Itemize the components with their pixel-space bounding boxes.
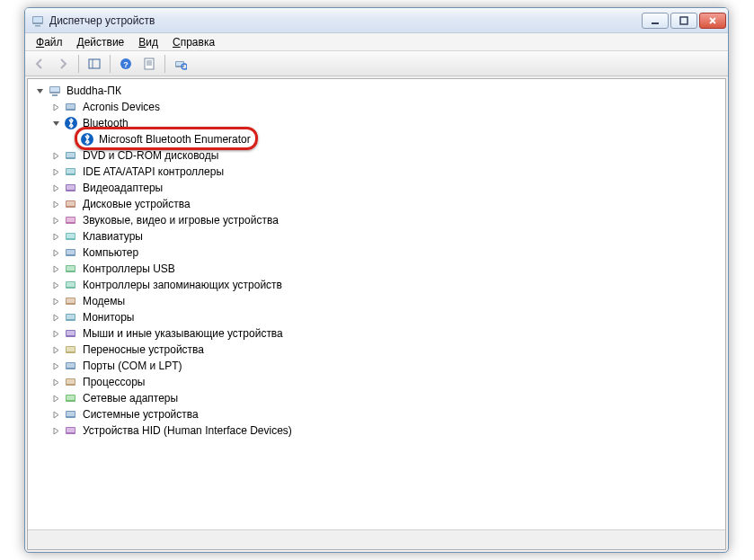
- window-title: Диспетчер устройств: [49, 14, 642, 27]
- svg-rect-3: [652, 22, 659, 24]
- svg-rect-57: [67, 412, 75, 416]
- device-manager-window: Диспетчер устройств Файл Действие Вид Сп…: [24, 7, 729, 553]
- svg-rect-55: [67, 396, 75, 400]
- tree-category[interactable]: Мониторы: [30, 309, 723, 325]
- scan-hardware-button[interactable]: [170, 53, 191, 75]
- menu-file[interactable]: Файл: [29, 34, 70, 50]
- svg-rect-5: [89, 59, 100, 68]
- node-label: Acronis Devices: [81, 100, 162, 114]
- tree-category[interactable]: Клавиатуры: [30, 228, 723, 244]
- node-label: Контроллеры USB: [81, 262, 177, 276]
- node-label: Клавиатуры: [81, 229, 145, 244]
- tree-category[interactable]: Контроллеры запоминающих устройств: [30, 277, 723, 293]
- tree-category[interactable]: Acronis Devices: [30, 99, 723, 115]
- tree-category[interactable]: Видеоадаптеры: [30, 180, 723, 196]
- node-label: Bluetooth: [81, 116, 130, 130]
- tree-category[interactable]: Переносные устройства: [30, 342, 723, 358]
- expander-icon[interactable]: [51, 232, 61, 242]
- svg-rect-4: [680, 17, 687, 24]
- device-tree[interactable]: Buddha-ПКAcronis DevicesBluetoothMicroso…: [28, 79, 725, 529]
- tree-category[interactable]: Порты (COM и LPT): [30, 358, 723, 374]
- node-label: Дисковые устройства: [81, 197, 192, 211]
- expander-icon[interactable]: [51, 426, 61, 436]
- content-area: Buddha-ПКAcronis DevicesBluetoothMicroso…: [27, 78, 726, 550]
- status-cell: [28, 530, 725, 549]
- menubar: Файл Действие Вид Справка: [25, 33, 728, 51]
- expander-icon[interactable]: [51, 151, 61, 161]
- svg-rect-2: [35, 25, 40, 27]
- tree-category[interactable]: Дисковые устройства: [30, 196, 723, 212]
- node-label: Устройства HID (Human Interface Devices): [81, 423, 294, 438]
- properties-button[interactable]: [138, 53, 160, 75]
- show-hide-tree-button[interactable]: [84, 53, 105, 75]
- tree-category[interactable]: Контроллеры USB: [30, 261, 723, 277]
- node-label: Контроллеры запоминающих устройств: [81, 278, 284, 292]
- node-label: Модемы: [81, 294, 127, 308]
- minimize-button[interactable]: [642, 13, 669, 29]
- expander-icon[interactable]: [51, 216, 61, 226]
- help-button[interactable]: ?: [115, 53, 137, 75]
- tree-category[interactable]: Устройства HID (Human Interface Devices): [30, 422, 723, 439]
- maximize-button[interactable]: [670, 13, 697, 29]
- svg-rect-31: [67, 201, 75, 206]
- tree-category[interactable]: Сетевые адаптеры: [30, 390, 723, 406]
- tree-category[interactable]: Компьютер: [30, 244, 723, 261]
- node-label: Мыши и иные указывающие устройства: [81, 326, 285, 341]
- expander-icon[interactable]: [51, 167, 61, 177]
- expander-none: [67, 135, 77, 145]
- tree-category[interactable]: Мыши и иные указывающие устройства: [30, 325, 723, 342]
- svg-rect-33: [67, 218, 75, 222]
- svg-rect-18: [50, 87, 59, 92]
- tree-root[interactable]: Buddha-ПК: [30, 83, 723, 99]
- expander-icon[interactable]: [51, 313, 61, 323]
- node-label: IDE ATA/ATAPI контроллеры: [81, 164, 226, 179]
- expander-icon[interactable]: [51, 200, 61, 209]
- svg-rect-35: [67, 234, 75, 238]
- svg-rect-39: [67, 266, 75, 271]
- expander-icon[interactable]: [51, 248, 61, 258]
- expander-icon[interactable]: [51, 345, 61, 355]
- node-label: Процессоры: [81, 375, 147, 389]
- expander-icon[interactable]: [51, 410, 61, 420]
- expander-icon[interactable]: [51, 280, 61, 290]
- svg-rect-49: [67, 347, 75, 351]
- menu-view[interactable]: Вид: [131, 34, 165, 50]
- tree-category[interactable]: IDE ATA/ATAPI контроллеры: [30, 164, 723, 180]
- expander-icon[interactable]: [51, 297, 61, 307]
- expander-icon[interactable]: [51, 378, 61, 387]
- svg-rect-25: [67, 153, 75, 157]
- tree-category[interactable]: Процессоры: [30, 374, 723, 390]
- node-label: Видеоадаптеры: [81, 181, 164, 195]
- expander-icon[interactable]: [51, 264, 61, 274]
- expander-icon[interactable]: [35, 86, 45, 96]
- close-button[interactable]: [699, 13, 726, 29]
- app-icon: [31, 13, 45, 28]
- menu-help[interactable]: Справка: [165, 34, 222, 50]
- svg-text:?: ?: [123, 59, 129, 68]
- svg-rect-51: [67, 363, 75, 368]
- tree-category[interactable]: Звуковые, видео и игровые устройства: [30, 212, 723, 228]
- expander-icon[interactable]: [51, 329, 61, 339]
- titlebar[interactable]: Диспетчер устройств: [25, 8, 728, 33]
- svg-rect-27: [67, 169, 75, 173]
- expander-icon[interactable]: [51, 361, 61, 371]
- expander-icon[interactable]: [51, 119, 61, 129]
- svg-rect-21: [67, 104, 75, 109]
- menu-action[interactable]: Действие: [70, 34, 132, 50]
- svg-rect-37: [67, 250, 75, 254]
- node-label: Мониторы: [81, 310, 136, 324]
- tree-category[interactable]: DVD и CD-ROM дисководы: [30, 147, 723, 164]
- expander-icon[interactable]: [51, 394, 61, 404]
- svg-rect-43: [67, 298, 75, 303]
- tree-item-bluetooth-enumerator[interactable]: Microsoft Bluetooth Enumerator: [30, 131, 723, 147]
- svg-rect-47: [67, 331, 75, 335]
- toolbar-separator: [164, 55, 165, 73]
- expander-icon[interactable]: [51, 183, 61, 193]
- toolbar-separator: [78, 55, 79, 73]
- tree-category[interactable]: Системные устройства: [30, 406, 723, 422]
- tree-category[interactable]: Модемы: [30, 293, 723, 309]
- node-label: Звуковые, видео и игровые устройства: [81, 213, 280, 227]
- tree-category-bluetooth[interactable]: Bluetooth: [30, 115, 723, 131]
- node-label: DVD и CD-ROM дисководы: [81, 148, 220, 163]
- expander-icon[interactable]: [51, 102, 61, 112]
